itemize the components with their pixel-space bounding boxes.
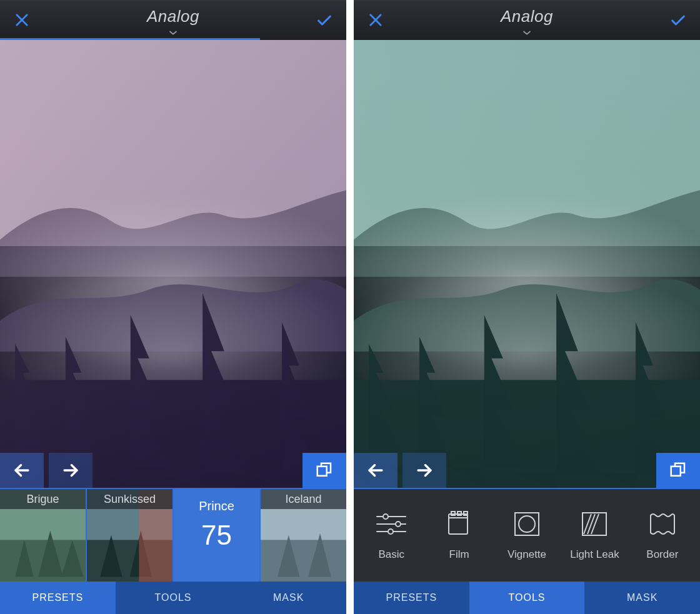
tool-label: Vignette: [508, 548, 546, 561]
svg-rect-5: [318, 467, 327, 476]
preset-prince[interactable]: Prince 75: [174, 489, 261, 582]
preset-label: Iceland: [261, 489, 346, 509]
photo-canvas[interactable]: [0, 40, 346, 488]
tab-bar: PRESETS TOOLS MASK: [354, 582, 700, 614]
undo-button[interactable]: [354, 453, 398, 488]
film-icon: [442, 510, 476, 541]
presets-strip[interactable]: Brigue Sunkissed Prince 75: [0, 488, 346, 582]
preset-label: Brigue: [0, 489, 86, 509]
photo-canvas[interactable]: [354, 40, 700, 488]
redo-button[interactable]: [402, 453, 446, 488]
header: Analog: [0, 0, 346, 40]
preset-intensity-value: 75: [201, 520, 232, 551]
svg-rect-34: [449, 514, 468, 534]
right-screen: Analog: [354, 0, 700, 614]
left-screen: Analog: [0, 0, 346, 614]
tool-vignette[interactable]: Vignette: [493, 510, 561, 561]
tool-label: Film: [449, 548, 469, 561]
tool-light-leak[interactable]: Light Leak: [561, 510, 628, 561]
light-leak-icon: [578, 510, 611, 541]
svg-point-31: [396, 522, 401, 527]
svg-point-33: [388, 529, 393, 534]
tab-presets[interactable]: PRESETS: [0, 582, 116, 614]
tool-label: Light Leak: [570, 548, 619, 561]
confirm-icon[interactable]: [314, 9, 335, 31]
tab-mask[interactable]: MASK: [231, 582, 346, 614]
tool-film[interactable]: Film: [425, 510, 492, 561]
preset-label: Sunkissed: [87, 489, 172, 509]
compare-button[interactable]: [302, 453, 346, 488]
tab-mask[interactable]: MASK: [584, 582, 700, 614]
svg-point-29: [383, 514, 388, 519]
page-title: Analog: [501, 7, 553, 26]
header: Analog: [354, 0, 700, 40]
tool-label: Basic: [378, 548, 404, 561]
tool-border[interactable]: Border: [629, 510, 696, 561]
confirm-icon[interactable]: [668, 9, 689, 31]
svg-line-43: [588, 514, 595, 534]
preset-sunkissed[interactable]: Sunkissed: [87, 489, 174, 582]
svg-line-44: [591, 514, 599, 534]
tab-tools[interactable]: TOOLS: [116, 582, 231, 614]
svg-rect-27: [671, 467, 681, 476]
svg-point-40: [519, 516, 535, 532]
tool-label: Border: [646, 548, 678, 561]
tab-tools[interactable]: TOOLS: [469, 582, 585, 614]
compare-button[interactable]: [656, 453, 700, 488]
tab-presets[interactable]: PRESETS: [354, 582, 469, 614]
tools-strip: Basic Film: [354, 488, 700, 582]
tab-bar: PRESETS TOOLS MASK: [0, 582, 346, 614]
chevron-down-icon[interactable]: [521, 27, 533, 34]
preset-brigue[interactable]: Brigue: [0, 489, 87, 582]
preset-iceland[interactable]: Iceland: [261, 489, 346, 582]
redo-button[interactable]: [49, 453, 92, 488]
border-icon: [646, 510, 679, 541]
tool-basic[interactable]: Basic: [358, 510, 425, 561]
close-icon[interactable]: [11, 9, 32, 31]
page-title: Analog: [147, 7, 199, 26]
close-icon[interactable]: [365, 9, 386, 31]
svg-line-42: [584, 514, 591, 534]
vignette-icon: [510, 510, 544, 541]
sliders-icon: [374, 510, 408, 541]
preset-label: Prince: [199, 499, 234, 513]
undo-button[interactable]: [0, 453, 44, 488]
chevron-down-icon[interactable]: [167, 27, 179, 34]
